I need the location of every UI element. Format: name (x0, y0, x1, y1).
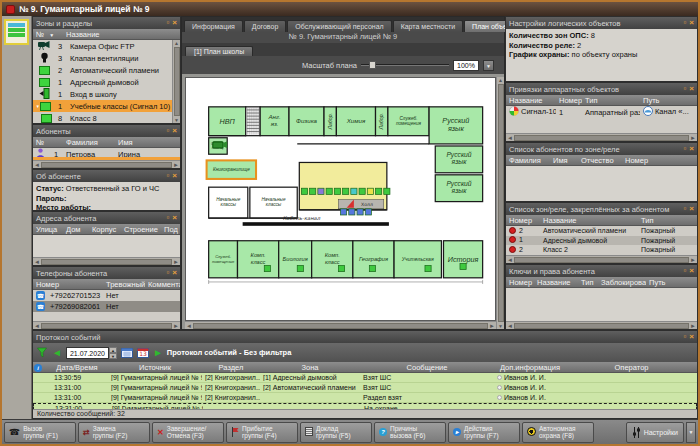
phone-row[interactable]: ☎+79269082061Нет (33, 301, 180, 312)
plan-room[interactable]: Русскийязык (429, 107, 483, 144)
event-row[interactable]: 13:31:00[9] Гуманитарный лицей № 9[2] Кн… (33, 393, 697, 403)
pin-icon[interactable]: ▫ (683, 145, 686, 153)
column-header[interactable]: № ▼ (33, 30, 63, 39)
subscriber-zone-row[interactable]: 2Автоматический пламениПожарный (506, 226, 697, 236)
close-icon[interactable]: × (172, 172, 177, 180)
column-header[interactable]: Номер (33, 280, 103, 289)
column-header[interactable]: Путь (646, 278, 697, 287)
column-header[interactable]: Название (540, 216, 638, 225)
group-button-f1[interactable]: ☎Вызовгруппы (F1) (4, 422, 76, 443)
close-icon[interactable]: × (689, 85, 694, 93)
settings-button[interactable]: Настройки (626, 422, 684, 443)
calendar-today-icon[interactable]: 13 (137, 344, 149, 362)
date-value[interactable]: 21.07.2020 (66, 347, 109, 359)
close-icon[interactable]: × (172, 19, 177, 27)
column-header[interactable]: Источник (108, 363, 202, 372)
group-button-f6[interactable]: ?Причинывызова (F6) (374, 422, 446, 443)
scale-dropdown-button[interactable]: ▼ (483, 60, 494, 71)
column-header[interactable]: Фамилия (506, 156, 550, 165)
zones-vscrollbar[interactable]: ▲▼ (172, 40, 180, 123)
pin-icon[interactable]: ▫ (166, 214, 169, 222)
event-row[interactable]: 13:30:59[9] Гуманитарный лицей № 9[2] Кн… (33, 373, 697, 383)
group-button-f7[interactable]: ▸Действиягруппы (F7) (448, 422, 520, 443)
column-header[interactable]: Название (63, 30, 180, 39)
plan-room[interactable]: Русскийязык (435, 146, 482, 173)
column-header[interactable]: Тип (578, 278, 598, 287)
group-button-f3[interactable]: ✕Завершение/Отмена (F3) (152, 422, 224, 443)
close-icon[interactable]: × (172, 269, 177, 277)
phone-row[interactable]: ☎+79262701523Нет (33, 290, 180, 301)
plan-room[interactable]: Комп.класс (238, 241, 279, 278)
prev-day-button[interactable]: ◄ (52, 348, 62, 358)
tab-карта-местности[interactable]: Карта местности (393, 20, 463, 32)
column-header[interactable]: Фамилия (63, 138, 115, 147)
zone-tree-row[interactable]: 3Камера Офис FTP (33, 40, 172, 52)
event-row[interactable]: 13:31:00[9] Гуманитарный лицей № 9[2] Кн… (33, 383, 697, 393)
column-header[interactable]: Отчество (578, 156, 622, 165)
zone-tree-row[interactable]: ▾ 1Учебные классы (Сигнал 10) (33, 100, 172, 112)
plan-room[interactable]: Анг.яз. (260, 107, 289, 136)
next-day-button[interactable]: ► (153, 348, 163, 358)
subscriber-row[interactable]: 1ПетроваИрина (33, 148, 180, 157)
group-button-f8[interactable]: Автономнаяохрана (F8) (522, 422, 594, 443)
addresses-hscrollbar[interactable]: ◄► (33, 257, 180, 265)
plan-room[interactable]: Русскийязык (435, 175, 482, 202)
tab-информация[interactable]: Информация (184, 20, 243, 32)
plan-room[interactable]: Начальныеклассы (250, 187, 297, 218)
date-picker[interactable]: 21.07.2020 ▲▼ (66, 347, 117, 359)
tab-обслуживающий-персонал[interactable]: Обслуживающий персонал (287, 20, 391, 32)
plan-room[interactable]: Химия (336, 107, 375, 136)
tab-договор[interactable]: Договор (244, 20, 286, 32)
column-header[interactable]: Тип (638, 216, 697, 225)
pin-icon[interactable]: ▫ (683, 333, 686, 341)
plan-room[interactable]: Лабор. (376, 107, 388, 136)
column-header[interactable]: Дата/Время (46, 363, 108, 372)
pin-icon[interactable]: ▫ (683, 267, 686, 275)
plan-room[interactable]: Биология (279, 241, 312, 278)
close-icon[interactable]: × (172, 214, 177, 222)
column-header[interactable]: Оператор (566, 363, 697, 372)
column-header[interactable]: Доп.информация (494, 363, 566, 372)
keys-hscrollbar[interactable]: ◄► (506, 321, 697, 329)
group-button-f4[interactable]: Прибытиегруппы (F4) (226, 422, 298, 443)
close-icon[interactable]: × (689, 333, 694, 341)
calendar-icon[interactable] (121, 344, 133, 362)
plan-vscrollbar[interactable]: ▲▼ (496, 77, 504, 329)
scale-slider[interactable] (361, 60, 449, 70)
subscriber-zone-row[interactable]: 1Адресный дымовойПожарный (506, 236, 697, 246)
plan-room[interactable]: Служеб.помещения (388, 107, 429, 136)
column-header[interactable]: Раздел (202, 363, 260, 372)
column-header[interactable]: Улица (33, 225, 63, 234)
column-header[interactable]: Номер (556, 96, 582, 105)
close-icon[interactable]: × (689, 205, 694, 213)
group-button-f2[interactable]: ⇄Заменагруппы (F2) (78, 422, 150, 443)
scale-slider-knob[interactable] (369, 61, 376, 69)
plan-room[interactable]: НВП (209, 107, 246, 136)
plan-room[interactable]: Физика (289, 107, 324, 136)
date-spinner[interactable]: ▲▼ (109, 347, 117, 359)
hardware-row[interactable]: Сигнал-101Аппаратный разделКанал «... (506, 106, 697, 118)
pin-icon[interactable]: ▫ (166, 19, 169, 27)
zone-tree-row[interactable]: 3Клапан вентиляции (33, 52, 172, 64)
pin-icon[interactable]: ▫ (683, 85, 686, 93)
zone-tree-row[interactable]: 8Класс 8 (33, 112, 172, 123)
pin-icon[interactable]: ▫ (683, 205, 686, 213)
column-header[interactable]: Зона (260, 363, 360, 372)
column-header[interactable]: Корпус (89, 225, 121, 234)
pin-icon[interactable]: ▫ (166, 269, 169, 277)
plan-hscrollbar[interactable]: ◄► (185, 321, 496, 329)
column-header[interactable]: Заблокирован (598, 278, 646, 287)
column-header[interactable]: Дом (63, 225, 89, 234)
plan-room[interactable]: Комп.класс (312, 241, 353, 278)
plan-room[interactable]: География (353, 241, 394, 278)
column-header[interactable]: Строение (121, 225, 161, 234)
column-header[interactable]: Тревожный (103, 280, 145, 289)
subscriber-zones-hscrollbar[interactable]: ◄► (506, 255, 697, 263)
column-header[interactable]: Имя (115, 138, 180, 147)
column-header[interactable]: Под (161, 225, 180, 234)
zone-tree-row[interactable]: 2Автоматический пламени (33, 64, 172, 76)
column-header[interactable]: Название (534, 278, 578, 287)
group-button-f5[interactable]: Докладгруппы (F5) (300, 422, 372, 443)
hardware-hscrollbar[interactable]: ◄► (506, 133, 697, 141)
column-header[interactable]: Сообщение (360, 363, 494, 372)
